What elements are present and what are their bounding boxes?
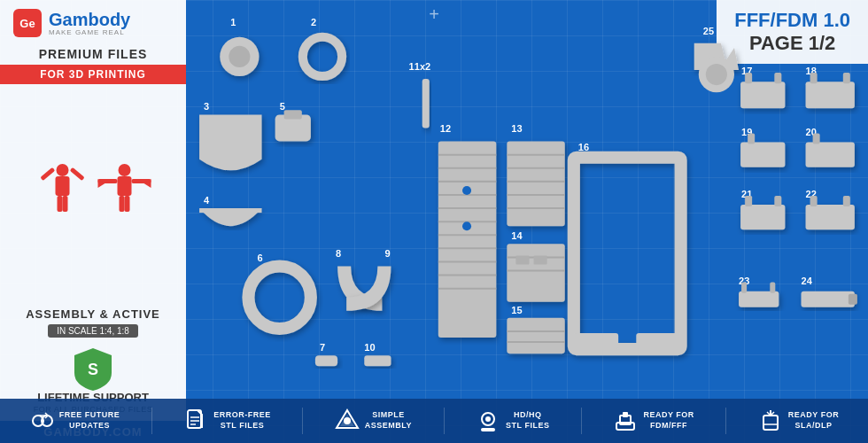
part-label-10: 10 — [364, 342, 375, 353]
part-12-dot2 — [462, 222, 471, 230]
footer-stl-text: ERROR-FREESTL FILES — [213, 410, 271, 431]
scale-badge: IN SCALE 1:4, 1:8 — [48, 324, 138, 338]
part-16-base-r — [636, 333, 680, 349]
part-23-peg2 — [770, 283, 775, 293]
ge-label: Ge — [19, 17, 35, 30]
part-label-6: 6 — [257, 253, 262, 263]
footer-updates-text: FREE FUTUREUPDATES — [59, 410, 120, 431]
footer-hdhq-text: HD/HQSTL FILES — [506, 410, 549, 431]
sla-icon — [758, 408, 783, 433]
part-19 — [740, 143, 785, 167]
footer-divider-1 — [151, 408, 152, 434]
part-label-1: 1 — [230, 17, 236, 27]
svg-text:S: S — [88, 361, 98, 378]
part-17-top — [745, 73, 752, 83]
part-label-11: 11x2 — [409, 61, 431, 72]
part-label-3: 3 — [204, 101, 209, 112]
svg-point-0 — [56, 164, 68, 176]
part-label-2: 2 — [311, 17, 316, 27]
part-21 — [740, 205, 785, 229]
footer-sla-text: READY FORSLA/DLP — [788, 410, 839, 431]
footer-item-hdhq: HD/HQSTL FILES — [476, 408, 549, 433]
stl-icon — [183, 408, 208, 433]
part-20 — [806, 143, 855, 167]
assembly-label: ASSEMBLY & ACTIVE — [26, 307, 160, 321]
part-22-peg — [810, 196, 818, 206]
footer-divider-5 — [725, 408, 726, 434]
part-label-25: 25 — [703, 26, 714, 36]
part-5-top — [284, 110, 302, 119]
part-17 — [740, 82, 785, 108]
part-label-9: 9 — [384, 248, 390, 259]
svg-rect-30 — [623, 412, 628, 417]
part-label-12: 12 — [440, 124, 451, 135]
part-label-5: 5 — [280, 101, 285, 112]
part-4-base — [199, 208, 261, 213]
svg-rect-3 — [69, 167, 84, 180]
part-22-peg2 — [843, 196, 850, 206]
figure-2 — [96, 163, 153, 229]
part-label-14: 14 — [511, 230, 523, 241]
svg-rect-31 — [763, 416, 778, 430]
part-24-end — [849, 294, 857, 305]
part-14-handle2 — [534, 255, 547, 264]
part-label-15: 15 — [511, 305, 522, 315]
part-label-7: 7 — [320, 342, 325, 353]
footer-item-fdm: READY FORFDM/FFF — [613, 408, 694, 433]
part-10 — [364, 355, 391, 366]
part-18-top — [810, 73, 818, 83]
footer-assembly-text: SIMPLEASSEMBLY — [365, 410, 412, 431]
part-12-dot — [462, 186, 471, 195]
part-12 — [438, 142, 496, 338]
footer-fdm-text: READY FORFDM/FFF — [643, 410, 694, 431]
part-label-8: 8 — [336, 248, 341, 259]
svg-rect-7 — [117, 176, 131, 196]
premium-files-label: PREMIUM FILES — [39, 47, 148, 61]
hdhq-icon — [476, 408, 500, 433]
gambody-name: Gambody — [49, 11, 130, 28]
part-3 — [199, 114, 261, 170]
part-label-24: 24 — [802, 276, 813, 286]
parts-diagram: 1 2 3 4 5 6 7 8 9 10 11x2 — [190, 0, 868, 399]
footer-item-stl: ERROR-FREESTL FILES — [183, 408, 271, 433]
svg-rect-4 — [57, 196, 62, 212]
part-6 — [248, 266, 310, 328]
footer-item-updates: FREE FUTUREUPDATES — [29, 408, 120, 433]
footer-divider-2 — [302, 408, 303, 434]
part-label-13: 13 — [511, 124, 522, 135]
assembly-icon — [335, 408, 360, 433]
footer: FREE FUTUREUPDATES ERROR-FREESTL FILES S… — [0, 399, 868, 443]
part-25-inner — [706, 64, 727, 85]
part-14-handle — [515, 255, 529, 264]
part-20-peg — [813, 134, 820, 144]
part-7 — [315, 355, 337, 366]
part-14 — [507, 244, 564, 301]
part-15 — [507, 318, 564, 354]
part-23-peg — [741, 283, 747, 293]
sidebar-logo-area: Ge Gambody MAKE GAME REAL — [0, 0, 186, 42]
fdm-icon — [613, 408, 638, 433]
svg-point-6 — [118, 164, 130, 176]
footer-item-assembly: SIMPLEASSEMBLY — [335, 408, 412, 433]
part-label-16: 16 — [578, 142, 589, 152]
part-19-peg — [748, 134, 755, 144]
sidebar: Ge Gambody MAKE GAME REAL PREMIUM FILES … — [0, 0, 186, 443]
footer-item-sla: READY FORSLA/DLP — [758, 408, 839, 433]
shield-icon: S — [74, 348, 112, 391]
part-label-4: 4 — [204, 195, 210, 206]
part-18 — [806, 82, 855, 108]
part-21-peg — [745, 196, 752, 206]
footer-divider-3 — [444, 408, 445, 434]
part-24 — [802, 291, 855, 307]
svg-point-24 — [344, 417, 351, 424]
svg-rect-12 — [119, 196, 124, 212]
footer-divider-4 — [581, 408, 582, 434]
svg-rect-1 — [55, 176, 69, 196]
svg-rect-13 — [124, 196, 129, 212]
part-11 — [422, 79, 430, 128]
part-23 — [739, 291, 779, 307]
part-17-top2 — [774, 73, 781, 83]
part-18-top2 — [843, 73, 850, 83]
part-16-base-l — [574, 333, 618, 349]
svg-point-26 — [485, 416, 491, 422]
